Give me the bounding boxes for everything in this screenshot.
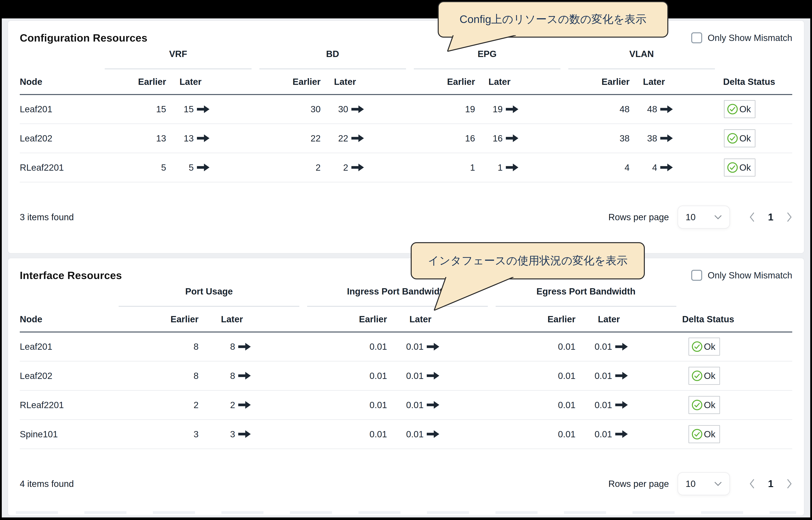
earlier-value: 16 bbox=[410, 124, 478, 153]
rows-per-page-select[interactable]: 10 bbox=[677, 472, 730, 495]
later-column-header: Later bbox=[578, 307, 680, 332]
table-row: Leaf201880.010.010.010.01Ok bbox=[20, 332, 792, 361]
pager: 1 bbox=[749, 211, 792, 223]
arrow-right-icon bbox=[238, 343, 251, 350]
arrow-right-icon bbox=[506, 105, 519, 113]
page-background: Configuration Resources Only Show Mismat… bbox=[2, 19, 810, 517]
delta-status-cell: Ok bbox=[680, 419, 792, 449]
later-number: 0.01 bbox=[594, 370, 612, 381]
later-value: 0.01 bbox=[390, 361, 492, 390]
later-value: 22 bbox=[324, 124, 410, 153]
later-number: 0.01 bbox=[594, 341, 612, 352]
later-value: 38 bbox=[632, 124, 719, 153]
current-page-number[interactable]: 1 bbox=[768, 211, 774, 223]
node-cell: Leaf202 bbox=[20, 361, 115, 390]
delta-status-column-header: Delta Status bbox=[680, 307, 792, 332]
node-cell: Leaf201 bbox=[20, 332, 115, 361]
delta-status-badge: Ok bbox=[724, 129, 755, 147]
later-number: 8 bbox=[230, 341, 235, 352]
current-page-number[interactable]: 1 bbox=[768, 478, 774, 489]
table-row: Leaf2021313222216163838Ok bbox=[20, 124, 792, 153]
table-row: RLeaf220155221144Ok bbox=[20, 153, 792, 182]
group-label: BD bbox=[255, 49, 410, 59]
group-label: VLAN bbox=[564, 49, 719, 59]
only-show-mismatch-checkbox[interactable] bbox=[691, 32, 702, 43]
later-column-header: Later bbox=[632, 69, 719, 95]
later-value: 0.01 bbox=[578, 332, 680, 361]
rows-per-page-value: 10 bbox=[685, 212, 696, 223]
earlier-value: 38 bbox=[564, 124, 632, 153]
arrow-right-icon bbox=[660, 105, 673, 113]
delta-status-text: Ok bbox=[704, 341, 716, 352]
table-footer: 4 items found Rows per page 10 1 bbox=[8, 472, 804, 495]
group-header-row: VRFBDEPGVLAN bbox=[20, 47, 792, 69]
check-circle-icon bbox=[692, 399, 703, 411]
rows-per-page-label: Rows per page bbox=[609, 478, 669, 489]
arrow-right-icon bbox=[238, 401, 251, 409]
earlier-column-header: Earlier bbox=[564, 69, 632, 95]
tooltip-config-text: Config上のリソースの数の変化を表示 bbox=[459, 12, 646, 27]
earlier-value: 0.01 bbox=[303, 332, 390, 361]
configuration-resources-table: VRFBDEPGVLANNodeEarlierLaterEarlierLater… bbox=[20, 47, 792, 182]
group-label: Ingress Port Bandwidth bbox=[303, 286, 492, 297]
delta-status-badge: Ok bbox=[689, 425, 720, 443]
arrow-right-icon bbox=[352, 164, 364, 171]
later-column-header: Later bbox=[478, 69, 564, 95]
earlier-value: 3 bbox=[115, 419, 201, 449]
later-number: 22 bbox=[338, 133, 348, 144]
only-show-mismatch-control[interactable]: Only Show Mismatch bbox=[691, 32, 792, 43]
later-value: 0.01 bbox=[390, 419, 492, 449]
only-show-mismatch-checkbox[interactable] bbox=[691, 270, 702, 281]
node-column-header: Node bbox=[20, 307, 115, 332]
rows-per-page-select[interactable]: 10 bbox=[677, 206, 730, 229]
delta-status-column-header: Delta Status bbox=[719, 69, 792, 95]
arrow-right-icon bbox=[615, 401, 628, 409]
arrow-right-icon bbox=[615, 372, 628, 380]
group-header-row: Port UsageIngress Port BandwidthEgress P… bbox=[20, 284, 792, 307]
column-header-row: NodeEarlierLaterEarlierLaterEarlierLater… bbox=[20, 69, 792, 95]
node-cell: RLeaf2201 bbox=[20, 390, 115, 419]
node-cell: RLeaf2201 bbox=[20, 153, 101, 182]
next-page-icon[interactable] bbox=[786, 212, 792, 223]
previous-page-icon[interactable] bbox=[749, 478, 755, 489]
earlier-value: 4 bbox=[564, 153, 632, 182]
earlier-value: 48 bbox=[564, 95, 632, 124]
tooltip-interface-text: インタフェースの使用状況の変化を表示 bbox=[428, 253, 627, 268]
earlier-value: 0.01 bbox=[303, 361, 390, 390]
later-number: 4 bbox=[652, 162, 657, 173]
later-number: 15 bbox=[184, 104, 194, 114]
group-header-0: Port Usage bbox=[115, 284, 303, 307]
earlier-column-header: Earlier bbox=[115, 307, 201, 332]
rows-per-page-value: 10 bbox=[685, 478, 696, 489]
arrow-right-icon bbox=[197, 105, 209, 113]
earlier-value: 5 bbox=[101, 153, 169, 182]
arrow-right-icon bbox=[615, 430, 628, 438]
page-title: Configuration Resources bbox=[20, 32, 147, 44]
later-number: 0.01 bbox=[406, 341, 424, 352]
check-circle-icon bbox=[692, 341, 703, 352]
group-header-2: Egress Port Bandwidth bbox=[492, 284, 680, 307]
later-number: 2 bbox=[230, 400, 235, 410]
delta-status-badge: Ok bbox=[689, 367, 720, 385]
previous-page-icon[interactable] bbox=[749, 212, 755, 223]
arrow-right-icon bbox=[427, 343, 439, 350]
check-circle-icon bbox=[727, 133, 738, 144]
pagination-controls: Rows per page 10 1 bbox=[609, 472, 792, 495]
group-label: Port Usage bbox=[115, 286, 303, 297]
later-number: 13 bbox=[184, 133, 194, 144]
delta-status-text: Ok bbox=[704, 400, 716, 410]
later-number: 0.01 bbox=[594, 429, 612, 440]
earlier-value: 30 bbox=[255, 95, 324, 124]
node-cell: Leaf202 bbox=[20, 124, 101, 153]
group-header-3: VLAN bbox=[564, 47, 719, 69]
pagination-controls: Rows per page 10 1 bbox=[609, 206, 792, 229]
later-number: 0.01 bbox=[406, 429, 424, 440]
delta-status-cell: Ok bbox=[719, 95, 792, 124]
arrow-right-icon bbox=[660, 164, 673, 171]
interface-resources-card: Interface Resources Only Show Mismatch P… bbox=[8, 258, 804, 516]
only-show-mismatch-control[interactable]: Only Show Mismatch bbox=[691, 270, 792, 281]
next-page-icon[interactable] bbox=[786, 478, 792, 489]
delta-status-text: Ok bbox=[704, 370, 716, 381]
later-value: 30 bbox=[324, 95, 410, 124]
delta-status-text: Ok bbox=[739, 133, 751, 144]
